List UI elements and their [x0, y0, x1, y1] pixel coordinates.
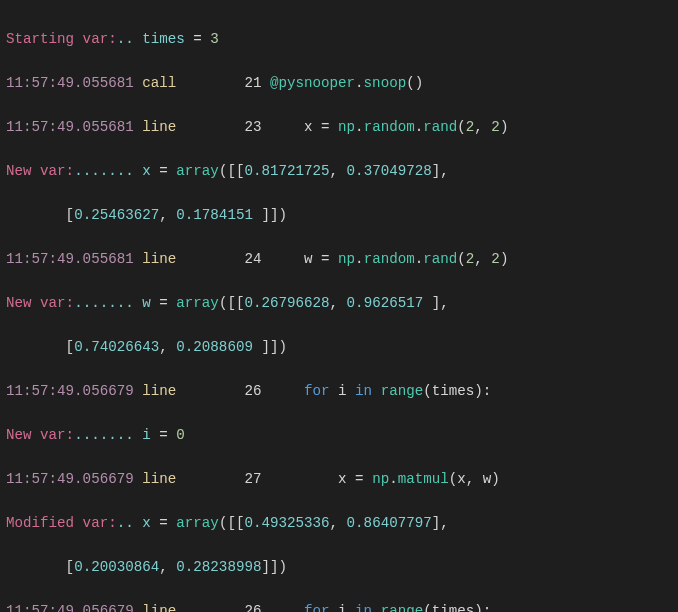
line-number: 26 — [219, 603, 270, 612]
trace-line: 11:57:49.056679 line 27 x = np.matmul(x,… — [6, 468, 672, 490]
new-var-label: New var: — [6, 295, 74, 311]
var-name: x — [142, 515, 159, 531]
line-number: 27 — [219, 471, 270, 487]
var-name: times — [142, 31, 193, 47]
trace-line: New var:....... w = array([[0.26796628, … — [6, 292, 672, 314]
var-name: w — [142, 295, 159, 311]
trace-line: 11:57:49.055681 line 23 x = np.random.ra… — [6, 116, 672, 138]
decorator-func: snoop — [364, 75, 407, 91]
event-line: line — [142, 471, 219, 487]
timestamp: 11:57:49.056679 — [6, 603, 142, 612]
trace-line: Modified var:.. x = array([[0.49325336, … — [6, 512, 672, 534]
timestamp: 11:57:49.055681 — [6, 251, 142, 267]
new-var-label: New var: — [6, 427, 74, 443]
var-name: i — [142, 427, 159, 443]
line-number: 26 — [219, 383, 270, 399]
trace-output: Starting var:.. times = 3 11:57:49.05568… — [0, 0, 678, 612]
timestamp: 11:57:49.056679 — [6, 471, 142, 487]
event-line: line — [142, 119, 219, 135]
event-call: call — [142, 75, 219, 91]
var-value: 3 — [210, 31, 219, 47]
var-name: x — [142, 163, 159, 179]
modified-var-label: Modified var: — [6, 515, 117, 531]
trace-line: 11:57:49.056679 line 26 for i in range(t… — [6, 380, 672, 402]
trace-line: 11:57:49.055681 line 24 w = np.random.ra… — [6, 248, 672, 270]
event-line: line — [142, 383, 219, 399]
trace-line: 11:57:49.055681 call 21 @pysnooper.snoop… — [6, 72, 672, 94]
timestamp: 11:57:49.055681 — [6, 119, 142, 135]
decorator-module: pysnooper — [278, 75, 355, 91]
trace-line: New var:....... i = 0 — [6, 424, 672, 446]
timestamp: 11:57:49.055681 — [6, 75, 142, 91]
line-number: 24 — [219, 251, 270, 267]
trace-line: [0.20030864, 0.28238998]]) — [6, 556, 672, 578]
trace-line: New var:....... x = array([[0.81721725, … — [6, 160, 672, 182]
timestamp: 11:57:49.056679 — [6, 383, 142, 399]
trace-line: 11:57:49.056679 line 26 for i in range(t… — [6, 600, 672, 612]
start-label: Starting var: — [6, 31, 117, 47]
new-var-label: New var: — [6, 163, 74, 179]
trace-line: [0.25463627, 0.1784151 ]]) — [6, 204, 672, 226]
trace-line: [0.74026643, 0.2088609 ]]) — [6, 336, 672, 358]
event-line: line — [142, 251, 219, 267]
line-number: 23 — [219, 119, 270, 135]
line-number: 21 — [219, 75, 270, 91]
event-line: line — [142, 603, 219, 612]
trace-line: Starting var:.. times = 3 — [6, 28, 672, 50]
